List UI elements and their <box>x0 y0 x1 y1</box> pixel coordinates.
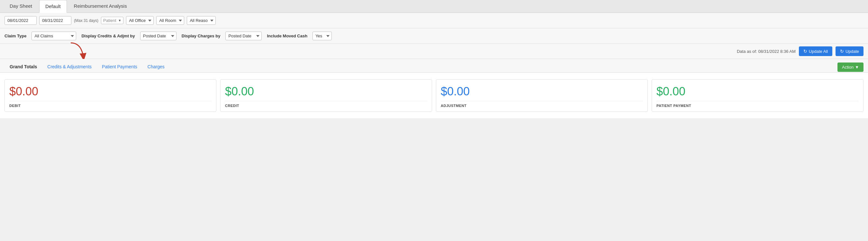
update-all-refresh-icon: ↻ <box>803 49 807 54</box>
update-refresh-icon: ↻ <box>840 49 844 54</box>
summary-cards: $0.00 DEBIT $0.00 CREDIT $0.00 ADJUSTMEN… <box>0 73 868 118</box>
action-label: Action <box>842 65 854 70</box>
filter-bar: Claim Type All Claims Insurance Claims P… <box>0 28 868 44</box>
include-moved-cash-label: Include Moved Cash <box>267 33 307 38</box>
update-all-button[interactable]: ↻ Update All <box>799 46 832 56</box>
patient-select[interactable]: Patient ▼ <box>101 17 123 24</box>
adjustment-label: ADJUSTMENT <box>441 101 643 108</box>
debit-amount: $0.00 <box>9 85 212 98</box>
debit-label: DEBIT <box>9 101 212 108</box>
display-credits-label: Display Credits & Adjmt by <box>81 33 135 38</box>
display-charges-select[interactable]: Posted Date Service Date <box>225 32 262 40</box>
tab-charges[interactable]: Charges <box>143 61 170 73</box>
credit-amount: $0.00 <box>225 85 427 98</box>
display-credits-select[interactable]: Posted Date Service Date <box>140 32 177 40</box>
date-filter-toolbar: (Max 31 days) Patient ▼ All Office Offic… <box>0 13 868 28</box>
content-tabs-left: Grand Totals Credits & Adjustments Patie… <box>4 61 170 73</box>
credit-label: CREDIT <box>225 101 427 108</box>
start-date-input[interactable] <box>4 16 37 25</box>
tab-patient-payments[interactable]: Patient Payments <box>97 61 143 73</box>
adjustment-amount: $0.00 <box>441 85 643 98</box>
end-date-input[interactable] <box>39 16 71 25</box>
credit-card: $0.00 CREDIT <box>220 79 432 112</box>
claim-type-select[interactable]: All Claims Insurance Claims Patient Clai… <box>31 32 76 40</box>
data-as-of-label: Data as of: 08/31/2022 8:36 AM <box>737 49 796 54</box>
content-tabs-bar: Grand Totals Credits & Adjustments Patie… <box>0 59 868 73</box>
tab-default[interactable]: Default <box>39 0 67 13</box>
action-dropdown-arrow: ▼ <box>855 65 859 70</box>
tab-grand-totals[interactable]: Grand Totals <box>4 61 42 73</box>
debit-card: $0.00 DEBIT <box>4 79 216 112</box>
office-select[interactable]: All Office Office 1 Office 2 <box>126 16 154 25</box>
update-button[interactable]: ↻ Update <box>836 46 864 56</box>
room-select[interactable]: All Room Room 1 <box>156 16 184 25</box>
display-charges-label: Display Charges by <box>182 33 220 38</box>
info-bar: Data as of: 08/31/2022 8:36 AM ↻ Update … <box>0 44 868 59</box>
action-button[interactable]: Action ▼ <box>837 62 864 72</box>
tab-day-sheet[interactable]: Day Sheet <box>4 0 38 12</box>
include-moved-cash-select[interactable]: Yes No <box>312 32 332 40</box>
claim-type-label: Claim Type <box>4 33 26 38</box>
tab-reimbursement-analysis[interactable]: Reimbursement Analysis <box>68 0 133 12</box>
top-tab-bar: Day Sheet Default Reimbursement Analysis <box>0 0 868 13</box>
update-all-label: Update All <box>809 49 828 54</box>
reason-select[interactable]: All Reaso Reason 1 <box>187 16 216 25</box>
patient-payment-label: PATIENT PAYMENT <box>656 101 859 108</box>
patient-placeholder: Patient <box>103 18 116 23</box>
patient-payment-card: $0.00 PATIENT PAYMENT <box>652 79 864 112</box>
patient-payment-amount: $0.00 <box>656 85 859 98</box>
adjustment-card: $0.00 ADJUSTMENT <box>436 79 648 112</box>
tab-credits-adjustments[interactable]: Credits & Adjustments <box>42 61 97 73</box>
update-label: Update <box>845 49 859 54</box>
patient-dropdown-arrow: ▼ <box>118 19 122 22</box>
max-days-label: (Max 31 days) <box>74 18 98 23</box>
